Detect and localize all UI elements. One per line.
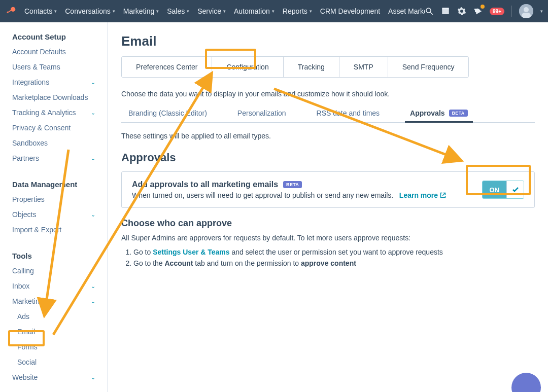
sidebar-section-data-management: Data Management — [0, 175, 108, 192]
sidebar-item-calling[interactable]: Calling — [0, 263, 108, 278]
svg-line-2 — [9, 10, 12, 12]
settings-note: These settings will be applied to all em… — [121, 132, 535, 140]
chevron-down-icon: ⌄ — [91, 155, 95, 162]
sidebar-subitem-forms[interactable]: Forms — [0, 339, 108, 354]
approvals-heading: Approvals — [121, 151, 535, 164]
chevron-down-icon: ⌄ — [91, 283, 95, 290]
approvals-panel: Add approvals to all marketing emails BE… — [121, 171, 535, 208]
caret-down-icon: ▾ — [113, 9, 115, 14]
caret-down-icon: ▾ — [272, 9, 275, 14]
toggle-on-label: ON — [483, 181, 507, 198]
sidebar-item-properties[interactable]: Properties — [0, 192, 108, 207]
tabs-primary: Preferences Center Configuration Trackin… — [121, 56, 469, 78]
step-1: Go to Settings User & Teams and select t… — [133, 248, 535, 256]
nav-automation[interactable]: Automation▾ — [234, 7, 275, 15]
notification-count-badge[interactable]: 99+ — [490, 8, 504, 15]
svg-rect-6 — [442, 8, 449, 9]
tab-send-frequency[interactable]: Send Frequency — [388, 57, 469, 77]
settings-sidebar: Account Setup Account Defaults Users & T… — [0, 22, 108, 392]
chevron-down-icon: ⌄ — [91, 110, 95, 116]
sidebar-item-marketplace-downloads[interactable]: Marketplace Downloads — [0, 90, 108, 105]
nav-marketing[interactable]: Marketing▾ — [123, 7, 159, 15]
caret-down-icon: ▾ — [223, 9, 226, 14]
sidebar-item-tracking-analytics[interactable]: Tracking & Analytics⌄ — [0, 105, 108, 120]
svg-point-3 — [426, 8, 431, 13]
caret-down-icon[interactable]: ▾ — [540, 9, 543, 14]
notifications-icon[interactable] — [473, 7, 483, 16]
steps-list: Go to Settings User & Teams and select t… — [121, 248, 535, 267]
tab-configuration[interactable]: Configuration — [212, 57, 283, 77]
sidebar-subitem-email[interactable]: Email — [0, 324, 108, 339]
sidebar-item-objects[interactable]: Objects⌄ — [0, 207, 108, 222]
user-avatar[interactable] — [519, 4, 533, 18]
step-2: Go to the Account tab and turn on the pe… — [133, 259, 535, 267]
settings-icon[interactable] — [457, 7, 466, 16]
tab-description: Choose the data you want to display in y… — [121, 90, 535, 98]
search-icon[interactable] — [425, 7, 434, 16]
subtab-approvals[interactable]: Approvals BETA — [405, 109, 473, 122]
nav-items: Contacts▾ Conversations▾ Marketing▾ Sale… — [24, 7, 425, 15]
beta-badge: BETA — [449, 110, 468, 117]
svg-point-0 — [11, 7, 15, 12]
chevron-down-icon: ⌄ — [91, 79, 95, 86]
nav-service[interactable]: Service▾ — [197, 7, 226, 15]
sidebar-item-integrations[interactable]: Integrations⌄ — [0, 75, 108, 90]
svg-rect-9 — [522, 13, 531, 18]
subtab-branding[interactable]: Branding (Classic Editor) — [123, 109, 212, 122]
chevron-down-icon: ⌄ — [91, 374, 95, 381]
subtab-approvals-label: Approvals — [410, 109, 444, 117]
choose-approver-heading: Choose who can approve — [121, 218, 535, 229]
choose-approver-text: All Super Admins are approvers for reque… — [121, 234, 535, 242]
nav-reports[interactable]: Reports▾ — [283, 7, 312, 15]
sidebar-item-privacy-consent[interactable]: Privacy & Consent — [0, 120, 108, 135]
caret-down-icon: ▾ — [310, 9, 312, 14]
caret-down-icon: ▾ — [54, 9, 57, 14]
sidebar-item-marketing-tools[interactable]: Marketing⌄ — [0, 294, 108, 309]
nav-sales[interactable]: Sales▾ — [167, 7, 189, 15]
sidebar-item-account-defaults[interactable]: Account Defaults — [0, 44, 108, 59]
svg-line-4 — [430, 12, 433, 15]
beta-badge: BETA — [283, 181, 302, 188]
settings-users-teams-link[interactable]: Settings User & Teams — [153, 248, 229, 256]
marketplace-icon[interactable] — [441, 7, 450, 16]
nav-asset-marketplace[interactable]: Asset Marketplace▾ — [388, 7, 425, 15]
subtabs: Branding (Classic Editor) Personalizatio… — [121, 109, 535, 123]
sidebar-item-sandboxes[interactable]: Sandboxes — [0, 135, 108, 151]
divider — [511, 6, 512, 17]
chevron-down-icon: ⌄ — [91, 211, 95, 218]
top-nav: Contacts▾ Conversations▾ Marketing▾ Sale… — [0, 0, 548, 22]
sidebar-subitem-social[interactable]: Social — [0, 354, 108, 370]
svg-rect-5 — [442, 9, 449, 15]
sidebar-item-inbox[interactable]: Inbox⌄ — [0, 278, 108, 294]
subtab-rss[interactable]: RSS date and times — [312, 109, 385, 122]
nav-conversations[interactable]: Conversations▾ — [65, 7, 115, 15]
caret-down-icon: ▾ — [156, 9, 159, 14]
nav-right: 99+ ▾ — [425, 4, 543, 18]
panel-title: Add approvals to all marketing emails BE… — [132, 180, 482, 189]
learn-more-link[interactable]: Learn more — [399, 191, 446, 199]
tab-tracking[interactable]: Tracking — [284, 57, 339, 77]
check-icon — [506, 181, 524, 198]
external-link-icon — [440, 192, 446, 198]
chevron-down-icon: ⌄ — [91, 298, 95, 305]
svg-point-8 — [524, 7, 529, 12]
main-content: Email Preferences Center Configuration T… — [108, 22, 548, 392]
approvals-toggle[interactable]: ON — [482, 181, 525, 199]
sidebar-section-tools: Tools — [0, 246, 108, 263]
sidebar-subitem-ads[interactable]: Ads — [0, 309, 108, 324]
panel-subtitle: When turned on, users will need to get a… — [132, 191, 482, 199]
sidebar-item-users-teams[interactable]: Users & Teams — [0, 59, 108, 75]
sidebar-section-account-setup: Account Setup — [0, 27, 108, 44]
sidebar-item-website[interactable]: Website⌄ — [0, 370, 108, 385]
nav-crm-development[interactable]: CRM Development — [320, 7, 380, 15]
page-title: Email — [121, 33, 535, 49]
tab-smtp[interactable]: SMTP — [339, 57, 388, 77]
sidebar-item-partners[interactable]: Partners⌄ — [0, 151, 108, 166]
tab-preferences-center[interactable]: Preferences Center — [122, 57, 212, 77]
caret-down-icon: ▾ — [187, 9, 189, 14]
hubspot-logo[interactable] — [5, 5, 17, 17]
sidebar-item-import-export[interactable]: Import & Export — [0, 222, 108, 237]
subtab-personalization[interactable]: Personalization — [232, 109, 291, 122]
nav-contacts[interactable]: Contacts▾ — [24, 7, 57, 15]
